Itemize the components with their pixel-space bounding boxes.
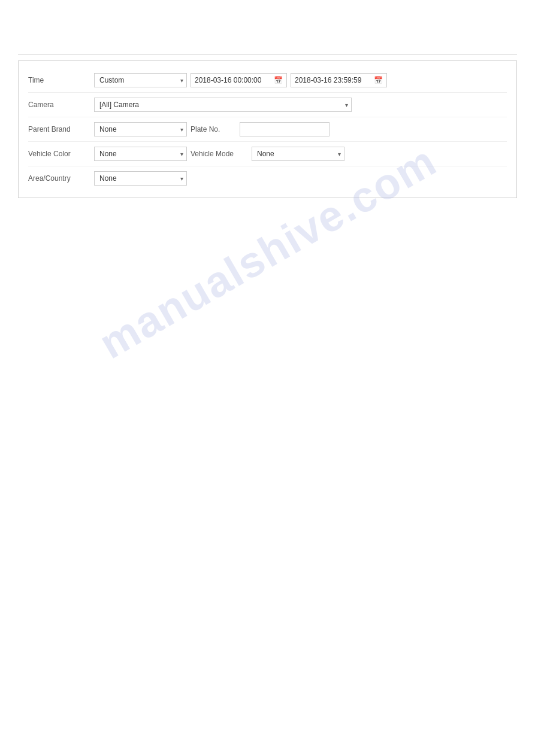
- camera-controls: [All] Camera: [94, 98, 507, 112]
- camera-row: Camera [All] Camera: [28, 93, 507, 117]
- time-row: Time Custom Today Yesterday Last 7 Days …: [28, 68, 507, 93]
- time-select[interactable]: Custom Today Yesterday Last 7 Days: [94, 73, 187, 87]
- end-datetime-input[interactable]: [295, 76, 371, 84]
- camera-select[interactable]: [All] Camera: [94, 98, 352, 112]
- time-select-wrapper[interactable]: Custom Today Yesterday Last 7 Days: [94, 73, 187, 87]
- vehicle-color-label: Vehicle Color: [28, 150, 94, 158]
- parent-brand-select-wrapper[interactable]: None: [94, 122, 187, 136]
- parent-brand-label: Parent Brand: [28, 125, 94, 133]
- end-datetime-wrapper[interactable]: 📅: [291, 73, 387, 87]
- area-row: Area/Country None: [28, 166, 507, 190]
- area-country-select-wrapper[interactable]: None: [94, 171, 187, 186]
- parent-brand-select[interactable]: None: [94, 122, 187, 136]
- camera-label: Camera: [28, 101, 94, 109]
- color-mode-controls: None Vehicle Mode None: [94, 147, 507, 161]
- search-form: Time Custom Today Yesterday Last 7 Days …: [18, 60, 517, 198]
- plate-no-label: Plate No.: [191, 125, 232, 133]
- end-calendar-icon[interactable]: 📅: [374, 76, 383, 84]
- area-controls: None: [94, 171, 507, 186]
- vehicle-color-select-wrapper[interactable]: None: [94, 147, 187, 161]
- start-datetime-input[interactable]: [195, 76, 271, 84]
- plate-no-input[interactable]: [240, 122, 330, 136]
- camera-select-wrapper[interactable]: [All] Camera: [94, 98, 352, 112]
- time-controls: Custom Today Yesterday Last 7 Days 📅 📅: [94, 73, 507, 87]
- area-country-select[interactable]: None: [94, 171, 187, 186]
- start-calendar-icon[interactable]: 📅: [274, 76, 283, 84]
- brand-plate-controls: None Plate No.: [94, 122, 507, 136]
- area-country-label: Area/Country: [28, 174, 94, 183]
- vehicle-mode-select-wrapper[interactable]: None: [252, 147, 344, 161]
- top-divider: [18, 54, 517, 54]
- start-datetime-wrapper[interactable]: 📅: [191, 73, 287, 87]
- brand-plate-row: Parent Brand None Plate No.: [28, 117, 507, 142]
- vehicle-color-select[interactable]: None: [94, 147, 187, 161]
- vehicle-mode-select[interactable]: None: [252, 147, 344, 161]
- color-mode-row: Vehicle Color None Vehicle Mode None: [28, 142, 507, 166]
- vehicle-mode-label: Vehicle Mode: [191, 150, 244, 158]
- time-label: Time: [28, 76, 94, 84]
